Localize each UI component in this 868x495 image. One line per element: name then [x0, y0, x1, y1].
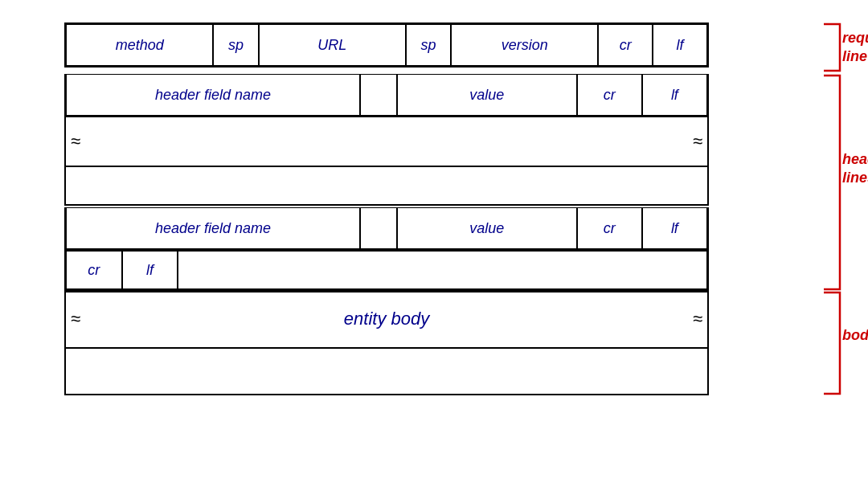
cr3-cell: cr	[577, 207, 642, 249]
crlf-row: cr lf	[64, 251, 709, 291]
header-row-2: header field name value cr lf	[64, 207, 709, 251]
value-1-cell: value	[397, 74, 577, 116]
sp1-cell: sp	[213, 24, 258, 66]
header-name-2-cell: header field name	[66, 207, 360, 249]
header-empty-row	[64, 166, 709, 206]
separator-2-cell	[360, 207, 397, 249]
cr2-cell: cr	[577, 74, 642, 116]
request-line-row: method sp URL sp version cr lf	[64, 22, 709, 68]
lf4-cell: lf	[122, 251, 178, 289]
header-name-1-cell: header field name	[66, 74, 360, 116]
http-request-diagram: method sp URL sp version cr lf header fi…	[40, 14, 828, 481]
entity-body-bottom	[64, 347, 709, 395]
crlf-empty-cell	[178, 251, 707, 289]
lf1-cell: lf	[653, 24, 707, 66]
header-right-ellipsis: ≈	[693, 131, 702, 152]
cr4-cell: cr	[66, 251, 122, 289]
cr1-cell: cr	[598, 24, 653, 66]
value-2-cell: value	[397, 207, 577, 249]
lf2-cell: lf	[642, 74, 707, 116]
url-cell: URL	[259, 24, 406, 66]
request-line-label: requestline	[842, 29, 868, 67]
lf3-cell: lf	[642, 207, 707, 249]
header-lines-label: headerlines	[842, 150, 868, 188]
version-cell: version	[451, 24, 598, 66]
header-row-1: header field name value cr lf	[64, 74, 709, 117]
header-ellipsis-row: ≈ ≈	[64, 117, 709, 166]
body-label: body	[842, 327, 868, 344]
sp2-cell: sp	[406, 24, 451, 66]
entity-right-ellipsis: ≈	[693, 309, 702, 329]
entity-body-row: ≈ entity body ≈	[64, 291, 709, 347]
entity-body-label: entity body	[344, 309, 429, 329]
separator-1-cell	[360, 74, 397, 116]
entity-left-ellipsis: ≈	[71, 309, 80, 329]
header-left-ellipsis: ≈	[71, 131, 80, 152]
method-cell: method	[66, 24, 213, 66]
